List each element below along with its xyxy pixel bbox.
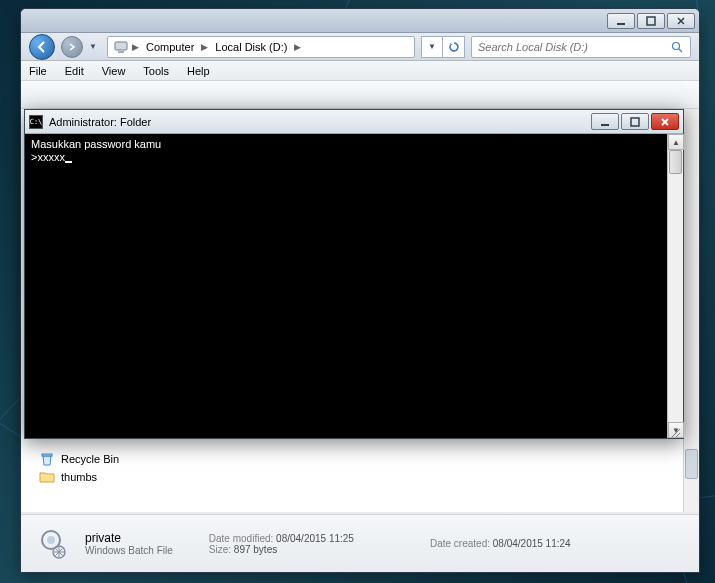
explorer-close-button[interactable] bbox=[667, 13, 695, 29]
svg-rect-10 bbox=[631, 118, 639, 126]
cmd-icon: C:\ bbox=[29, 115, 43, 129]
details-filetype: Windows Batch File bbox=[85, 545, 173, 556]
computer-icon bbox=[112, 38, 130, 56]
svg-rect-3 bbox=[118, 51, 124, 53]
cmd-scrollbar[interactable]: ▲ ▼ bbox=[667, 134, 683, 438]
search-icon[interactable] bbox=[670, 40, 684, 54]
cmd-title: Administrator: Folder bbox=[49, 116, 585, 128]
file-label: Recycle Bin bbox=[61, 453, 119, 465]
details-created-label: Date created: bbox=[430, 538, 490, 549]
cmd-close-button[interactable] bbox=[651, 113, 679, 130]
cmd-body[interactable]: Masukkan password kamu >xxxxx ▲ ▼ bbox=[25, 134, 683, 438]
recycle-bin-icon bbox=[39, 451, 55, 467]
explorer-minimize-button[interactable] bbox=[607, 13, 635, 29]
menu-edit[interactable]: Edit bbox=[65, 65, 84, 77]
cmd-window: C:\ Administrator: Folder Masukkan passw… bbox=[24, 109, 684, 439]
cursor-icon bbox=[65, 161, 72, 163]
menu-help[interactable]: Help bbox=[187, 65, 210, 77]
file-item-thumbs[interactable]: thumbs bbox=[39, 469, 119, 485]
cmd-maximize-button[interactable] bbox=[621, 113, 649, 130]
svg-point-7 bbox=[47, 536, 55, 544]
details-pane: private Windows Batch File Date modified… bbox=[21, 514, 699, 572]
svg-rect-5 bbox=[42, 454, 52, 456]
explorer-titlebar bbox=[21, 9, 699, 33]
toolbar bbox=[21, 81, 699, 109]
svg-rect-1 bbox=[647, 17, 655, 25]
search-box[interactable] bbox=[471, 36, 691, 58]
refresh-button[interactable] bbox=[443, 36, 465, 58]
cmd-titlebar[interactable]: C:\ Administrator: Folder bbox=[25, 110, 683, 134]
nav-back-button[interactable] bbox=[29, 34, 55, 60]
chevron-right-icon[interactable]: ▶ bbox=[199, 42, 210, 52]
svg-point-4 bbox=[673, 42, 680, 49]
cmd-output-line: Masukkan password kamu bbox=[31, 138, 161, 150]
menu-tools[interactable]: Tools bbox=[143, 65, 169, 77]
nav-forward-button[interactable] bbox=[61, 36, 83, 58]
resize-grip-icon[interactable] bbox=[669, 424, 681, 436]
menu-bar: File Edit View Tools Help bbox=[21, 61, 699, 81]
menu-file[interactable]: File bbox=[29, 65, 47, 77]
cmd-minimize-button[interactable] bbox=[591, 113, 619, 130]
details-modified-label: Date modified: bbox=[209, 533, 273, 544]
nav-history-dropdown[interactable]: ▼ bbox=[89, 42, 101, 51]
details-size-value: 897 bytes bbox=[234, 544, 277, 555]
details-created-value: 08/04/2015 11:24 bbox=[493, 538, 571, 549]
file-item-recycle-bin[interactable]: Recycle Bin bbox=[39, 451, 119, 467]
chevron-right-icon[interactable]: ▶ bbox=[292, 42, 303, 52]
breadcrumb-drive[interactable]: Local Disk (D:) bbox=[210, 41, 292, 53]
menu-view[interactable]: View bbox=[102, 65, 126, 77]
details-size-label: Size: bbox=[209, 544, 231, 555]
batch-file-icon bbox=[33, 526, 69, 562]
address-dropdown-button[interactable]: ▼ bbox=[421, 36, 443, 58]
scroll-up-button[interactable]: ▲ bbox=[668, 134, 684, 150]
breadcrumb[interactable]: ▶ Computer ▶ Local Disk (D:) ▶ bbox=[107, 36, 415, 58]
explorer-maximize-button[interactable] bbox=[637, 13, 665, 29]
explorer-scrollbar[interactable] bbox=[683, 109, 699, 512]
chevron-right-icon[interactable]: ▶ bbox=[130, 42, 141, 52]
svg-rect-2 bbox=[115, 42, 127, 50]
folder-icon bbox=[39, 469, 55, 485]
svg-rect-9 bbox=[601, 124, 609, 126]
svg-rect-0 bbox=[617, 23, 625, 25]
breadcrumb-computer[interactable]: Computer bbox=[141, 41, 199, 53]
address-bar-row: ▼ ▶ Computer ▶ Local Disk (D:) ▶ ▼ bbox=[21, 33, 699, 61]
details-modified-value: 08/04/2015 11:25 bbox=[276, 533, 354, 544]
details-filename: private bbox=[85, 531, 173, 545]
scroll-thumb[interactable] bbox=[669, 150, 682, 174]
file-label: thumbs bbox=[61, 471, 97, 483]
search-input[interactable] bbox=[478, 41, 670, 53]
scroll-track[interactable] bbox=[668, 150, 683, 422]
cmd-input-line: >xxxxx bbox=[31, 151, 65, 163]
